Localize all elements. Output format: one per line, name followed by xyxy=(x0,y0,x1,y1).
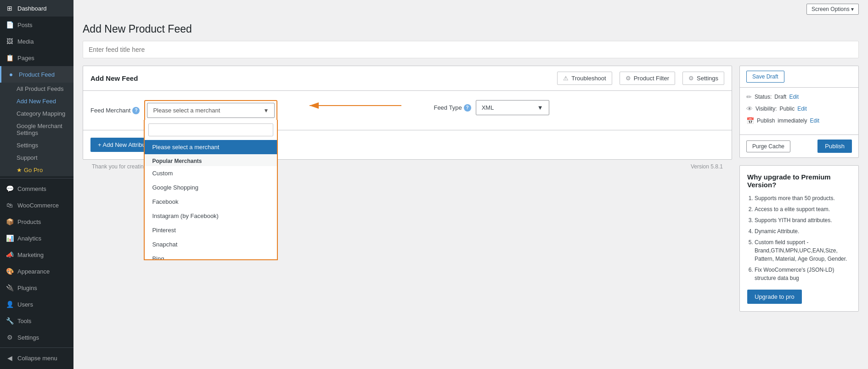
merchant-field: Feed Merchant ? Please select a merchant… xyxy=(90,100,277,121)
premium-item-4: Dynamic Attribute. xyxy=(755,227,851,235)
settings-icon: ⚙ xyxy=(6,333,14,341)
sidebar-item-appearance[interactable]: 🎨 Appearance xyxy=(0,263,73,280)
sidebar-item-product-feed[interactable]: ● Product Feed xyxy=(0,66,73,83)
sidebar-divider-1 xyxy=(0,178,73,179)
merchant-option-google[interactable]: Google Shopping xyxy=(145,180,277,195)
sidebar-item-products[interactable]: 📦 Products xyxy=(0,213,73,230)
sidebar-sub-add-new[interactable]: Add New Feed xyxy=(0,95,73,107)
premium-item-1: Supports more than 50 products. xyxy=(755,194,851,202)
topbar: Screen Options ▾ xyxy=(73,0,868,18)
main-content: Screen Options ▾ Add New Product Feed Ad… xyxy=(73,0,868,369)
analytics-icon: 📊 xyxy=(6,234,14,242)
woocommerce-icon: 🛍 xyxy=(6,201,14,209)
sidebar-sub-all-feeds[interactable]: All Product Feeds xyxy=(0,83,73,95)
merchant-option-pinterest[interactable]: Pinterest xyxy=(145,223,277,237)
sidebar-item-woocommerce[interactable]: 🛍 WooCommerce xyxy=(0,197,73,213)
sidebar-item-pages[interactable]: 📋 Pages xyxy=(0,50,73,66)
status-value: Draft xyxy=(774,94,786,100)
collapse-icon: ◀ xyxy=(6,354,14,362)
feed-type-select[interactable]: XML ▼ xyxy=(476,100,549,115)
comments-icon: 💬 xyxy=(6,184,14,193)
save-draft-button[interactable]: Save Draft xyxy=(746,71,784,83)
sidebar-sub-go-pro[interactable]: ★ Go Pro xyxy=(0,164,73,176)
merchant-list-scroll: Please select a merchant Popular Merchan… xyxy=(145,140,277,259)
sidebar-label-appearance: Appearance xyxy=(17,268,50,275)
upgrade-button[interactable]: Upgrade to pro xyxy=(747,290,802,304)
status-icon: ✏ xyxy=(746,93,752,101)
publish-calendar-icon: 📅 xyxy=(746,117,754,124)
products-icon: 📦 xyxy=(6,218,14,226)
feed-box: Add New Feed ⚠ Troubleshoot ⚙ Product Fi… xyxy=(83,66,732,160)
product-feed-icon: ● xyxy=(7,70,15,78)
premium-title: Why upgrade to Premium Version? xyxy=(747,173,851,189)
tab-product-filter[interactable]: ⚙ Product Filter xyxy=(620,72,675,85)
visibility-icon: 👁 xyxy=(746,105,753,112)
sidebar-item-comments[interactable]: 💬 Comments xyxy=(0,180,73,197)
tab-troubleshoot[interactable]: ⚠ Troubleshoot xyxy=(557,72,612,85)
sidebar-sub-settings[interactable]: Settings xyxy=(0,139,73,151)
sidebar-label-posts: Posts xyxy=(17,22,33,28)
sidebar-item-dashboard[interactable]: ⊞ Dashboard xyxy=(0,0,73,17)
feed-box-title: Add New Feed xyxy=(90,74,138,82)
publish-button[interactable]: Publish xyxy=(817,140,852,153)
sidebar-label-dashboard: Dashboard xyxy=(17,5,47,12)
sidebar-label-collapse: Collapse menu xyxy=(17,355,57,362)
feed-title-input[interactable] xyxy=(83,41,859,58)
appearance-icon: 🎨 xyxy=(6,267,14,275)
status-label: Status: xyxy=(755,94,772,100)
users-icon: 👤 xyxy=(6,300,14,308)
merchant-search-input[interactable] xyxy=(148,123,273,136)
merchant-option-instagram[interactable]: Instagram (by Facebook) xyxy=(145,209,277,223)
tab-troubleshoot-label: Troubleshoot xyxy=(571,75,606,82)
sidebar-item-tools[interactable]: 🔧 Tools xyxy=(0,313,73,329)
sidebar-label-analytics: Analytics xyxy=(17,235,41,242)
sidebar-sub-category-mapping[interactable]: Category Mapping xyxy=(0,107,73,120)
sidebar-item-marketing[interactable]: 📣 Marketing xyxy=(0,246,73,263)
feed-type-help-icon[interactable]: ? xyxy=(464,104,471,112)
feed-type-arrow-icon: ▼ xyxy=(537,104,543,111)
merchant-help-icon[interactable]: ? xyxy=(132,107,140,114)
merchant-label: Feed Merchant ? xyxy=(90,107,140,114)
sidebar-sub-support[interactable]: Support xyxy=(0,151,73,164)
sidebar-item-collapse[interactable]: ◀ Collapse menu xyxy=(0,350,73,366)
sidebar-label-marketing: Marketing xyxy=(17,252,44,258)
marketing-icon: 📣 xyxy=(6,251,14,259)
sidebar-item-settings[interactable]: ⚙ Settings xyxy=(0,329,73,346)
publish-row: 📅 Publish immediately Edit xyxy=(746,117,852,124)
sidebar-item-plugins[interactable]: 🔌 Plugins xyxy=(0,280,73,296)
sidebar-item-analytics[interactable]: 📊 Analytics xyxy=(0,230,73,246)
merchant-option-bing[interactable]: Bing xyxy=(145,252,277,259)
sidebar-product-feed-group: ● Product Feed All Product Feeds Add New… xyxy=(0,66,73,176)
plugins-icon: 🔌 xyxy=(6,284,14,292)
publish-edit-link[interactable]: Edit xyxy=(810,117,819,124)
merchant-group-popular: Popular Merchants xyxy=(145,154,277,166)
sidebar-item-posts[interactable]: 📄 Posts xyxy=(0,17,73,33)
merchant-option-default[interactable]: Please select a merchant xyxy=(145,140,277,154)
sidebar-label-pages: Pages xyxy=(17,55,34,62)
sidebar-sub-google-merchant[interactable]: Google Merchant Settings xyxy=(0,120,73,139)
save-box: Save Draft ✏ Status: Draft Edit 👁 Visibi… xyxy=(739,66,859,158)
feed-tabs: ⚠ Troubleshoot ⚙ Product Filter ⚙ Settin… xyxy=(557,72,724,85)
screen-options-button[interactable]: Screen Options ▾ xyxy=(806,4,859,15)
purge-cache-button[interactable]: Purge Cache xyxy=(746,140,790,152)
sidebar: ⊞ Dashboard 📄 Posts 🖼 Media 📋 Pages ● Pr… xyxy=(0,0,73,369)
publish-label: Publish xyxy=(757,117,775,124)
tab-settings[interactable]: ⚙ Settings xyxy=(682,72,724,85)
feed-type-label: Feed Type ? xyxy=(434,104,471,112)
sidebar-divider-2 xyxy=(0,347,73,348)
merchant-option-facebook[interactable]: Facebook xyxy=(145,195,277,209)
status-edit-link[interactable]: Edit xyxy=(789,94,799,100)
sidebar-item-media[interactable]: 🖼 Media xyxy=(0,33,73,50)
product-filter-icon: ⚙ xyxy=(626,75,631,82)
merchant-option-custom[interactable]: Custom xyxy=(145,166,277,180)
sidebar-item-users[interactable]: 👤 Users xyxy=(0,296,73,313)
premium-list: Supports more than 50 products. Access t… xyxy=(747,194,851,282)
visibility-edit-link[interactable]: Edit xyxy=(797,106,807,112)
merchant-select-trigger[interactable]: Please select a merchant ▼ xyxy=(147,103,275,118)
feed-type-field: Feed Type ? XML ▼ xyxy=(434,100,549,115)
visibility-label: Visibility: xyxy=(755,106,777,112)
sidebar-label-product-feed: Product Feed xyxy=(19,71,55,78)
merchant-option-snapchat[interactable]: Snapchat xyxy=(145,237,277,252)
feed-form-row: Feed Merchant ? Please select a merchant… xyxy=(83,91,732,130)
posts-icon: 📄 xyxy=(6,21,14,29)
